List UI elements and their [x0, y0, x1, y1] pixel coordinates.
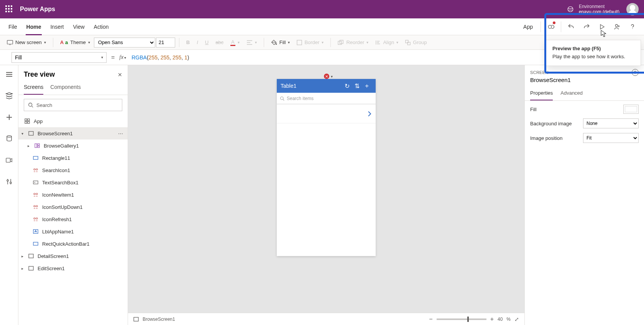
- tree-node-rectangle11[interactable]: Rectangle11: [18, 152, 128, 164]
- text-align-button[interactable]: ▾: [243, 37, 260, 48]
- font-select[interactable]: Open Sans: [94, 38, 155, 48]
- close-tree-button[interactable]: ✕: [118, 72, 122, 78]
- underline-button[interactable]: U: [202, 37, 212, 48]
- tree-node-browsegallery[interactable]: ▸ BrowseGallery1: [18, 140, 128, 152]
- theme-button[interactable]: Aa Theme ▾: [57, 37, 93, 48]
- tree-node-rectquickactionbar[interactable]: RectQuickActionBar1: [18, 238, 128, 250]
- bold-button[interactable]: B: [183, 37, 193, 48]
- menu-app[interactable]: App: [518, 18, 538, 35]
- refresh-icon[interactable]: ↻: [342, 82, 352, 90]
- tooltip-title: Preview the app (F5): [552, 46, 634, 51]
- new-screen-button[interactable]: New screen ▾: [4, 37, 49, 48]
- tree-node-iconnewitem[interactable]: IconNewItem1: [18, 189, 128, 201]
- fx-button[interactable]: fx▾: [119, 54, 126, 61]
- status-screen-name: BrowseScreen1: [143, 317, 175, 322]
- align-button[interactable]: Align▾: [372, 37, 401, 48]
- screen-icon: [28, 266, 34, 271]
- prop-imgpos-select[interactable]: Fit: [583, 133, 639, 143]
- menu-view[interactable]: View: [68, 18, 89, 35]
- border-button[interactable]: Border▾: [294, 37, 327, 48]
- gallery-row[interactable]: [277, 104, 376, 123]
- phone-search-input[interactable]: Search items: [277, 93, 376, 104]
- environment-switcher[interactable]: Environment enavu.com (default): [579, 4, 619, 15]
- svg-rect-35: [33, 242, 38, 245]
- tree-label: IconSortUpDown1: [42, 204, 83, 210]
- italic-button[interactable]: I: [194, 37, 201, 48]
- redo-button[interactable]: [579, 18, 594, 35]
- screen-icon: [28, 131, 34, 136]
- zoom-out-button[interactable]: −: [429, 316, 432, 323]
- canvas[interactable]: ✕ ▾ Table1 ↻ ⇅ ＋ Search items: [128, 65, 524, 313]
- properties-tab-properties[interactable]: Properties: [530, 87, 553, 100]
- tree-search-placeholder: Search: [36, 102, 52, 108]
- tree-node-textsearchbox[interactable]: TextSearchBox1: [18, 176, 128, 189]
- properties-crumb: SCREEN: [530, 70, 549, 75]
- property-selector[interactable]: Fill ▾: [12, 52, 107, 63]
- app-launcher-icon[interactable]: [5, 5, 13, 13]
- prop-bgimage-select[interactable]: None: [583, 118, 639, 128]
- tree-node-iconrefresh[interactable]: IconRefresh1: [18, 213, 128, 225]
- rail-advanced-tools[interactable]: [3, 176, 15, 188]
- svg-rect-16: [25, 119, 27, 121]
- app-checker-button[interactable]: [543, 18, 559, 35]
- caret-right-icon[interactable]: ▸: [20, 254, 25, 258]
- rail-data[interactable]: [3, 133, 15, 145]
- zoom-in-button[interactable]: +: [490, 316, 494, 323]
- tab-screens[interactable]: Screens: [24, 81, 43, 95]
- environment-icon[interactable]: [567, 5, 574, 13]
- menu-home[interactable]: Home: [22, 18, 46, 35]
- tree-label: Rectangle11: [42, 155, 70, 161]
- menu-insert[interactable]: Insert: [46, 18, 68, 35]
- control-icon: [32, 217, 39, 222]
- tree-node-editscreen[interactable]: ▸ EditScreen1: [18, 262, 128, 274]
- rail-hamburger[interactable]: [3, 68, 15, 80]
- group-label: Group: [413, 39, 427, 45]
- tree-node-iconsortupdown[interactable]: IconSortUpDown1: [18, 201, 128, 213]
- svg-point-26: [36, 169, 38, 170]
- share-button[interactable]: [610, 18, 625, 35]
- tree-node-browsescreen[interactable]: ▾ BrowseScreen1 ⋯: [18, 127, 128, 140]
- add-icon[interactable]: ＋: [362, 82, 372, 90]
- rail-media[interactable]: [3, 154, 15, 166]
- help-button[interactable]: [625, 18, 640, 35]
- tree-node-searchicon[interactable]: SearchIcon1: [18, 164, 128, 176]
- properties-tab-advanced[interactable]: Advanced: [560, 87, 583, 100]
- rail-insert[interactable]: [3, 111, 15, 123]
- tab-components[interactable]: Components: [50, 81, 80, 95]
- caret-right-icon[interactable]: ▸: [20, 266, 25, 271]
- svg-point-13: [7, 180, 8, 181]
- tree-node-app[interactable]: App: [18, 115, 128, 127]
- fill-button[interactable]: Fill▾: [268, 37, 293, 48]
- svg-rect-36: [29, 254, 33, 258]
- rail-tree-view[interactable]: [3, 90, 15, 102]
- strike-button[interactable]: abc: [212, 37, 227, 48]
- tree-label: BrowseGallery1: [44, 143, 79, 149]
- error-icon: ✕: [324, 74, 329, 79]
- text-color-button[interactable]: A▾: [227, 37, 243, 48]
- menu-action[interactable]: Action: [89, 18, 113, 35]
- sort-icon[interactable]: ⇅: [352, 82, 362, 90]
- properties-help-button[interactable]: ?: [632, 69, 639, 76]
- fit-screen-button[interactable]: ⤢: [514, 316, 519, 322]
- prop-fill-swatch[interactable]: [623, 105, 639, 114]
- notification-dot-icon: [553, 21, 555, 24]
- menu-file[interactable]: File: [4, 18, 22, 35]
- zoom-slider[interactable]: [437, 318, 486, 320]
- tree-search-input[interactable]: Search: [24, 99, 122, 111]
- user-avatar[interactable]: [626, 3, 639, 15]
- environment-label: Environment: [579, 4, 619, 9]
- caret-down-icon[interactable]: ▾: [20, 131, 25, 136]
- undo-button[interactable]: [564, 18, 579, 35]
- group-button[interactable]: Group: [402, 37, 430, 48]
- tree-node-lblappname[interactable]: LblAppName1: [18, 225, 128, 238]
- caret-right-icon[interactable]: ▸: [26, 144, 31, 148]
- more-button[interactable]: ⋯: [118, 131, 124, 136]
- gallery-icon: [34, 143, 41, 148]
- font-size-input[interactable]: [156, 38, 175, 48]
- phone-preview[interactable]: Table1 ↻ ⇅ ＋ Search items: [277, 79, 376, 256]
- error-badge[interactable]: ✕ ▾: [324, 74, 333, 79]
- reorder-button[interactable]: Reorder▾: [335, 37, 371, 48]
- rectangle-icon: [32, 242, 39, 246]
- svg-rect-24: [33, 156, 38, 159]
- tree-node-detailscreen[interactable]: ▸ DetailScreen1: [18, 250, 128, 262]
